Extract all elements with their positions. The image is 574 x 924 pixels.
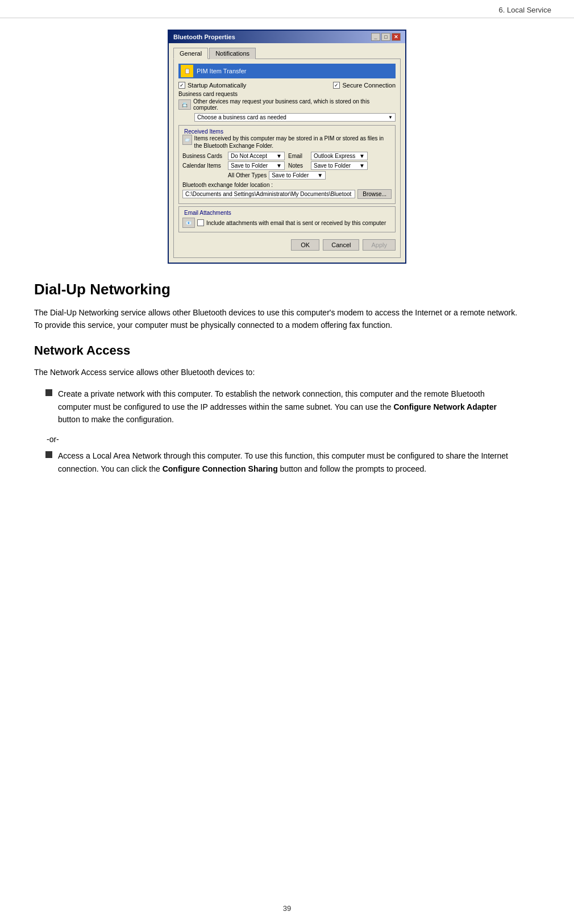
maximize-button[interactable]: □ (381, 33, 390, 41)
pim-header: 📋 PIM Item Transfer (178, 64, 396, 78)
business-card-section-label: Business card requests (178, 91, 396, 97)
options-row: ✓ Startup Automatically ✓ Secure Connect… (178, 82, 396, 89)
bullet-1-text: Create a private network with this compu… (58, 388, 511, 426)
business-card-desc: Other devices may request your business … (193, 98, 396, 111)
chapter-title: 6. Local Service (499, 6, 552, 14)
tab-general[interactable]: General (173, 48, 208, 59)
row1-label2: Email (288, 153, 311, 159)
dialog-container: Bluetooth Properties _ □ ✕ General Notif… (34, 30, 540, 264)
dialog-buttons: OK Cancel Apply (178, 237, 396, 253)
close-button[interactable]: ✕ (392, 33, 401, 41)
dialog-panel: 📋 PIM Item Transfer ✓ Startup Automatica… (173, 59, 401, 258)
dial-up-heading: Dial-Up Networking (34, 281, 540, 298)
bullet-1-icon (45, 389, 52, 396)
business-card-dropdown-value: Choose a business card as needed (197, 114, 286, 120)
bluetooth-folder-section: Bluetooth exchange folder location : C:\… (182, 182, 392, 199)
bullet-2-text: Access a Local Area Network through this… (58, 449, 511, 475)
configure-connection-sharing-label: Configure Connection Sharing (163, 464, 278, 473)
or-separator: -or- (47, 435, 540, 444)
row2-dropdown1[interactable]: Save to Folder ▼ (228, 161, 285, 170)
pim-label: PIM Item Transfer (197, 68, 246, 74)
received-items-group: Received Items 📨 Items received by this … (178, 125, 396, 204)
row2-dropdown2[interactable]: Save to Folder ▼ (311, 161, 368, 170)
email-icon: 📧 (182, 218, 195, 228)
secure-label: Secure Connection (342, 82, 396, 89)
received-items-title: Received Items (182, 128, 225, 135)
page-footer: 39 (0, 904, 574, 913)
pim-icon: 📋 (181, 65, 193, 77)
all-other-label: All Other Types (228, 172, 267, 178)
secure-checkbox[interactable]: ✓ (333, 82, 340, 89)
dial-up-body: The Dial-Up Networking service allows ot… (34, 306, 523, 332)
cancel-button[interactable]: Cancel (323, 239, 359, 251)
row2-label: Calendar Items (182, 163, 228, 169)
received-header: 📨 Items received by this computer may be… (182, 135, 392, 149)
email-attachments-title: Email Attachments (182, 210, 233, 216)
bullet-2-icon (45, 451, 52, 458)
network-access-bullets-2: Access a Local Area Network through this… (45, 449, 540, 475)
row1-dropdown1[interactable]: Do Not Accept ▼ (228, 152, 285, 160)
row2-label2: Notes (288, 163, 311, 169)
startup-label: Startup Automatically (188, 82, 246, 89)
business-card-dropdown-container: Choose a business card as needed ▼ (194, 113, 396, 122)
apply-button[interactable]: Apply (363, 239, 396, 251)
network-access-heading: Network Access (34, 343, 540, 358)
dialog-title: Bluetooth Properties (173, 34, 235, 40)
ok-button[interactable]: OK (291, 239, 319, 251)
received-desc: Items received by this computer may be s… (194, 135, 392, 149)
all-other-row: All Other Types Save to Folder ▼ (228, 171, 392, 180)
page-number: 39 (283, 904, 291, 913)
business-card-dropdown[interactable]: Choose a business card as needed ▼ (194, 113, 396, 122)
business-card-row: 📇 Other devices may request your busines… (178, 98, 396, 111)
email-attachments-row: 📧 Include attachments with email that is… (182, 218, 392, 228)
received-row-1: Business Cards Do Not Accept ▼ Email Out… (182, 152, 392, 160)
minimize-button[interactable]: _ (371, 33, 380, 41)
startup-checkbox[interactable]: ✓ (178, 82, 185, 89)
row1-dropdown2[interactable]: Outlook Express ▼ (311, 152, 368, 160)
browse-button[interactable]: Browse... (357, 189, 392, 199)
dialog-body: General Notifications 📋 PIM Item Transfe… (169, 43, 405, 263)
email-checkbox-label: Include attachments with email that is s… (206, 220, 386, 226)
bluetooth-dialog: Bluetooth Properties _ □ ✕ General Notif… (168, 30, 406, 264)
bullet-2: Access a Local Area Network through this… (45, 449, 511, 475)
bullet-1: Create a private network with this compu… (45, 388, 511, 426)
network-access-bullets: Create a private network with this compu… (45, 388, 540, 426)
main-content: Bluetooth Properties _ □ ✕ General Notif… (0, 18, 574, 507)
titlebar-controls: _ □ ✕ (371, 33, 401, 41)
row1-label: Business Cards (182, 153, 228, 159)
secure-checkbox-item[interactable]: ✓ Secure Connection (333, 82, 396, 89)
received-row-2: Calendar Items Save to Folder ▼ Notes Sa… (182, 161, 392, 170)
all-other-dropdown[interactable]: Save to Folder ▼ (269, 171, 326, 180)
received-icon: 📨 (182, 135, 192, 145)
dialog-titlebar: Bluetooth Properties _ □ ✕ (169, 31, 405, 43)
email-attachments-section: Email Attachments 📧 Include attachments … (178, 206, 396, 232)
configure-network-adapter-label: Configure Network Adapter (393, 402, 497, 411)
page-header: 6. Local Service (0, 0, 574, 18)
folder-path-input[interactable]: C:\Documents and Settings\Administrator\… (182, 190, 355, 198)
dialog-tabs: General Notifications (173, 48, 401, 59)
startup-checkbox-item[interactable]: ✓ Startup Automatically (178, 82, 246, 89)
email-checkbox[interactable] (197, 219, 204, 226)
folder-row: C:\Documents and Settings\Administrator\… (182, 189, 392, 199)
dropdown-arrow: ▼ (388, 115, 393, 120)
network-access-intro: The Network Access service allows other … (34, 366, 523, 378)
tab-notifications[interactable]: Notifications (209, 48, 256, 59)
business-card-icon: 📇 (178, 99, 191, 110)
folder-label: Bluetooth exchange folder location : (182, 182, 392, 188)
